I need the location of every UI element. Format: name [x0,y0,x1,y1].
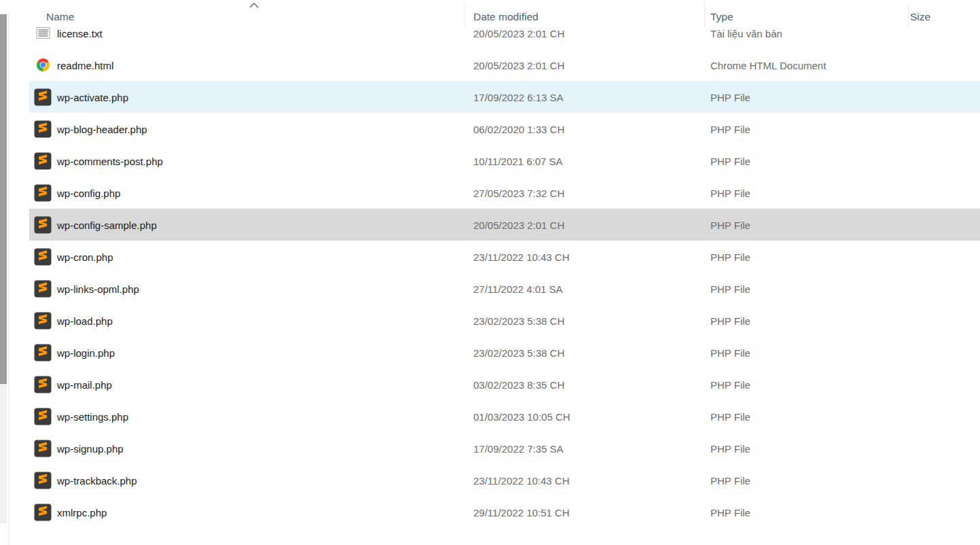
table-row[interactable]: wp-links-opml.php 27/11/2022 4:01 SA PHP… [29,272,980,304]
column-header-type[interactable]: Type [710,11,733,23]
file-name: readme.html [57,59,113,71]
file-date-modified: 03/02/2023 8:35 CH [473,379,564,390]
file-type: Tài liệu văn bản [710,27,782,39]
chevron-up-icon [249,2,259,9]
php-icon [34,152,52,170]
file-type: PHP File [710,123,750,135]
file-type: PHP File [710,219,750,230]
file-name: wp-login.php [57,347,115,358]
file-type: PHP File [710,506,750,518]
php-icon [34,312,52,330]
file-type: PHP File [710,410,750,422]
file-date-modified: 27/11/2022 4:01 SA [473,283,563,294]
file-type: Chrome HTML Document [710,59,826,71]
table-row[interactable]: wp-settings.php 01/03/2023 10:05 CH PHP … [29,400,980,432]
table-row[interactable]: wp-mail.php 03/02/2023 8:35 CH PHP File [29,368,980,400]
file-name: wp-comments-post.php [57,155,163,166]
file-date-modified: 10/11/2021 6:07 SA [473,155,563,166]
file-name: wp-blog-header.php [57,123,147,135]
column-header-name[interactable]: Name [46,11,74,23]
file-type: PHP File [710,442,750,454]
file-name: wp-activate.php [57,91,128,103]
php-icon [34,376,52,393]
file-name: wp-links-opml.php [57,283,139,294]
php-icon [34,120,52,138]
vertical-scrollbar-thumb[interactable] [0,14,7,384]
file-date-modified: 20/05/2023 2:01 CH [473,59,564,71]
file-date-modified: 23/02/2023 5:38 CH [473,347,564,358]
column-header-bar: Name Date modified Type Size [9,0,980,27]
pane-divider [8,14,9,545]
file-date-modified: 23/02/2023 5:38 CH [473,315,564,326]
file-date-modified: 20/05/2023 2:01 CH [473,219,564,230]
file-date-modified: 06/02/2020 1:33 CH [473,123,564,135]
table-row[interactable]: wp-comments-post.php 10/11/2021 6:07 SA … [29,145,980,177]
table-row[interactable]: wp-config-sample.php 20/05/2023 2:01 CH … [29,209,980,241]
file-date-modified: 01/03/2023 10:05 CH [473,410,570,422]
table-row[interactable]: wp-activate.php 17/09/2022 6:13 SA PHP F… [29,81,980,113]
file-date-modified: 20/05/2023 2:01 CH [473,27,564,39]
php-icon [34,344,52,362]
column-header-size[interactable]: Size [910,11,930,23]
table-row[interactable]: wp-signup.php 17/09/2022 7:35 SA PHP Fil… [29,432,980,464]
file-name: wp-signup.php [57,442,124,454]
file-type: PHP File [710,379,750,390]
php-icon [34,248,52,266]
file-type: PHP File [710,155,750,166]
file-type: PHP File [710,347,750,358]
chrome-icon [34,56,52,74]
column-resize-handle[interactable] [704,3,705,27]
file-name: wp-config-sample.php [57,219,157,230]
php-icon [34,504,52,521]
file-name: wp-cron.php [57,251,113,262]
file-name: wp-mail.php [57,379,112,390]
table-row[interactable]: wp-load.php 23/02/2023 5:38 CH PHP File [29,304,980,336]
table-row[interactable]: wp-trackback.php 23/11/2022 10:43 CH PHP… [29,464,980,496]
php-icon [34,408,52,425]
php-icon [34,280,52,298]
column-resize-handle[interactable] [908,3,909,27]
file-name: wp-settings.php [57,410,128,422]
file-type: PHP File [710,283,750,294]
table-row[interactable]: wp-config.php 27/05/2023 7:32 CH PHP Fil… [29,177,980,209]
php-icon [34,440,52,457]
file-name: wp-load.php [57,315,113,326]
column-resize-handle[interactable] [464,3,465,27]
file-name: wp-trackback.php [57,474,137,486]
file-date-modified: 23/11/2022 10:43 CH [473,474,570,486]
file-name: license.txt [57,27,103,39]
file-date-modified: 29/11/2022 10:51 CH [473,506,570,518]
file-type: PHP File [710,187,750,198]
column-header-date-modified[interactable]: Date modified [473,11,539,23]
php-icon [34,216,52,234]
table-row[interactable]: wp-login.php 23/02/2023 5:38 CH PHP File [29,336,980,368]
file-type: PHP File [710,91,750,103]
table-row[interactable]: xmlrpc.php 29/11/2022 10:51 CH PHP File [29,496,980,528]
file-type: PHP File [710,251,750,262]
file-date-modified: 23/11/2022 10:43 CH [473,251,570,262]
file-type: PHP File [710,474,750,486]
file-list: license.txt 20/05/2023 2:01 CH Tài liệu … [29,17,980,528]
file-date-modified: 27/05/2023 7:32 CH [473,187,564,198]
php-icon [34,472,52,489]
file-name: wp-config.php [57,187,120,198]
table-row[interactable]: readme.html 20/05/2023 2:01 CH Chrome HT… [29,49,980,81]
table-row[interactable]: wp-blog-header.php 06/02/2020 1:33 CH PH… [29,113,980,145]
php-icon [34,88,52,106]
file-date-modified: 17/09/2022 7:35 SA [473,442,564,454]
file-type: PHP File [710,315,750,326]
php-icon [34,184,52,202]
file-name: xmlrpc.php [57,506,107,518]
file-date-modified: 17/09/2022 6:13 SA [473,91,564,103]
table-row[interactable]: wp-cron.php 23/11/2022 10:43 CH PHP File [29,241,980,272]
